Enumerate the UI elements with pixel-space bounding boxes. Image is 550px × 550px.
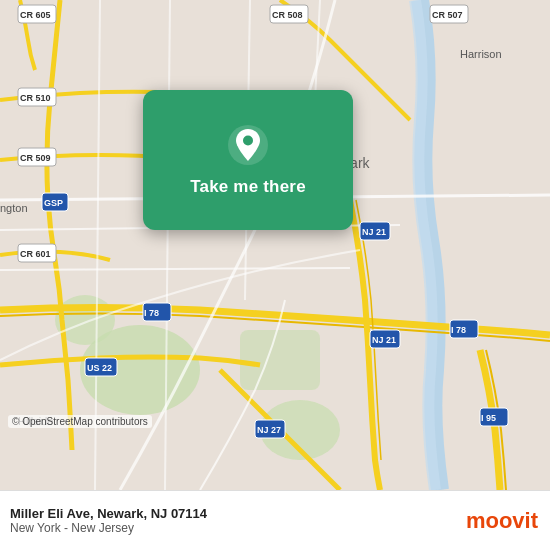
svg-text:CR 510: CR 510 — [20, 93, 51, 103]
svg-text:CR 601: CR 601 — [20, 249, 51, 259]
svg-text:NJ 21: NJ 21 — [362, 227, 386, 237]
svg-text:CR 509: CR 509 — [20, 153, 51, 163]
svg-text:I 95: I 95 — [481, 413, 496, 423]
svg-text:I 78: I 78 — [144, 308, 159, 318]
svg-text:US 22: US 22 — [87, 363, 112, 373]
take-me-there-label: Take me there — [190, 177, 306, 197]
svg-text:I 78: I 78 — [451, 325, 466, 335]
svg-text:NJ 27: NJ 27 — [257, 425, 281, 435]
address-info: Miller Eli Ave, Newark, NJ 07114 New Yor… — [10, 506, 207, 535]
address-sub: New York - New Jersey — [10, 521, 207, 535]
svg-point-45 — [243, 136, 253, 146]
svg-text:ngton: ngton — [0, 202, 28, 214]
svg-text:GSP: GSP — [44, 198, 63, 208]
take-me-there-card[interactable]: Take me there — [143, 90, 353, 230]
svg-text:Harrison: Harrison — [460, 48, 502, 60]
moovit-logo: moovit — [466, 508, 538, 534]
map-container: wark Harrison Hillside ngton CR 605 CR 5… — [0, 0, 550, 490]
moovit-logo-text: moovit — [466, 508, 538, 534]
address-main: Miller Eli Ave, Newark, NJ 07114 — [10, 506, 207, 521]
svg-rect-3 — [240, 330, 320, 390]
svg-text:CR 605: CR 605 — [20, 10, 51, 20]
svg-text:CR 507: CR 507 — [432, 10, 463, 20]
osm-attribution: © OpenStreetMap contributors — [8, 415, 152, 428]
bottom-bar: Miller Eli Ave, Newark, NJ 07114 New Yor… — [0, 490, 550, 550]
svg-text:CR 508: CR 508 — [272, 10, 303, 20]
osm-text: © OpenStreetMap contributors — [12, 416, 148, 427]
svg-text:NJ 21: NJ 21 — [372, 335, 396, 345]
location-pin-icon — [226, 123, 270, 167]
